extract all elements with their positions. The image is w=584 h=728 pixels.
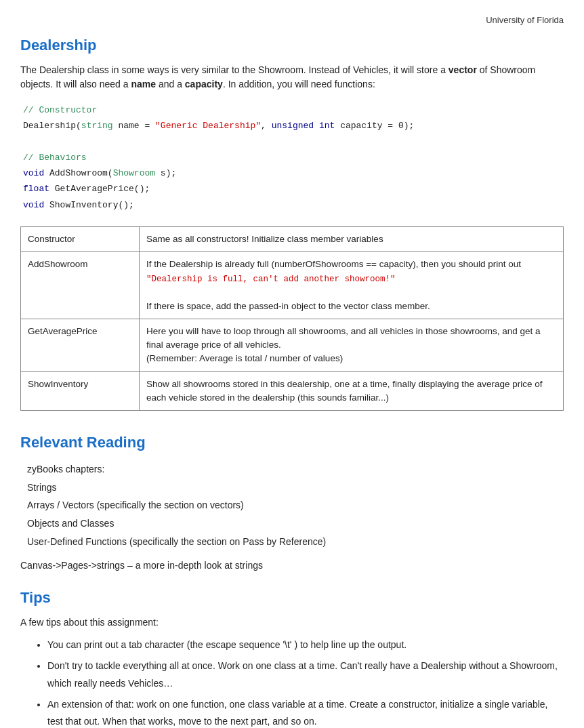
list-item: An extension of that: work on one functi… <box>47 696 564 728</box>
reading-item: Strings <box>27 479 564 497</box>
tips-intro: A few tips about this assignment: <box>20 615 564 630</box>
inline-code: "Dealership is full, can't add another s… <box>146 275 396 284</box>
dealership-intro: The Dealership class in some ways is ver… <box>20 63 564 92</box>
tips-section: Tips A few tips about this assignment: Y… <box>20 586 564 728</box>
dealership-table: Constructor Same as all constructors! In… <box>20 226 564 411</box>
reading-item: Objects and Classes <box>27 514 564 533</box>
table-cell-method: Constructor <box>21 227 140 252</box>
university-label: University of Florida <box>20 14 564 27</box>
relevant-reading-section: Relevant Reading zyBooks chapters: Strin… <box>20 431 564 573</box>
table-row: GetAveragePrice Here you will have to lo… <box>21 319 564 371</box>
code-behavior1: void AddShowroom(Showroom s); <box>20 165 564 181</box>
intro-part4: . In addition, you will need functions: <box>223 79 375 89</box>
code-behavior3: void ShowInventory(); <box>20 197 564 213</box>
intro-bold1: vector <box>449 64 477 75</box>
tips-heading: Tips <box>20 586 564 609</box>
table-cell-method: GetAveragePrice <box>21 319 140 371</box>
table-row: AddShowroom If the Dealership is already… <box>21 252 564 319</box>
code-behavior2: float GetAveragePrice(); <box>20 181 564 197</box>
canvas-note: Canvas->Pages->strings – a more in-depth… <box>20 559 564 573</box>
reading-intro: zyBooks chapters: <box>27 460 564 479</box>
table-cell-desc: Show all showrooms stored in this dealer… <box>140 371 564 411</box>
relevant-reading-heading: Relevant Reading <box>20 431 564 453</box>
code-comment-behaviors: // Behaviors <box>20 150 564 165</box>
table-cell-method: ShowInventory <box>21 371 140 411</box>
list-item: You can print out a tab character (the e… <box>47 636 564 653</box>
table-row: Constructor Same as all constructors! In… <box>21 227 564 252</box>
reading-item: Arrays / Vectors (specifically the secti… <box>27 496 564 514</box>
table-row: ShowInventory Show all showrooms stored … <box>21 371 564 411</box>
reading-list: zyBooks chapters: Strings Arrays / Vecto… <box>27 460 564 550</box>
code-block: // Constructor Dealership(string name = … <box>20 102 564 214</box>
intro-part3: and a <box>156 79 185 89</box>
table-cell-method: AddShowroom <box>21 252 140 319</box>
table-cell-desc: If the Dealership is already full (numbe… <box>140 252 564 319</box>
code-comment-constructor: // Constructor <box>20 102 564 118</box>
intro-bold3: capacity <box>185 79 223 89</box>
code-constructor-line: Dealership(string name = "Generic Dealer… <box>20 118 564 134</box>
tips-list: You can print out a tab character (the e… <box>20 636 564 728</box>
intro-bold2: name <box>131 79 156 89</box>
table-cell-desc: Here you will have to loop through all s… <box>140 319 564 371</box>
list-item: Don't try to tackle everything all at on… <box>47 658 564 691</box>
intro-part1: The Dealership class in some ways is ver… <box>20 64 449 75</box>
dealership-heading: Dealership <box>20 34 564 56</box>
table-cell-desc: Same as all constructors! Initialize cla… <box>140 227 564 252</box>
reading-item: User-Defined Functions (specifically the… <box>27 533 564 551</box>
